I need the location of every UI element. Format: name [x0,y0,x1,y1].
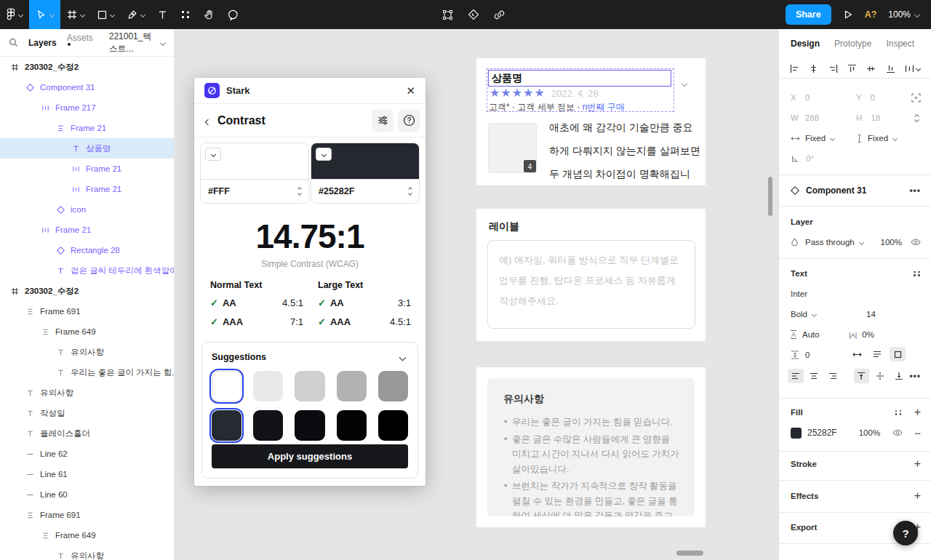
letter-spacing-field[interactable]: |A| 0% [849,327,874,342]
layer-row[interactable]: Frame 21 [0,179,174,199]
font-size-field[interactable]: 14 [866,307,876,321]
text-align-center-icon[interactable] [807,369,823,383]
vertical-align-bottom-icon[interactable] [891,369,907,383]
layer-row[interactable]: 플레이스홀더 [0,423,174,444]
text-styles-icon[interactable] [914,271,921,276]
canvas-horizontal-scrollbar[interactable] [676,551,703,556]
align-v-center-icon[interactable] [866,64,876,73]
y-position-field[interactable]: Y0 [856,90,875,105]
horizontal-resizing-select[interactable]: Fixed [791,131,834,145]
layer-row[interactable]: 검은 글씨 테두리에 흰색깔이... [0,260,174,281]
text-align-right-icon[interactable] [825,369,841,383]
page-selector[interactable]: 221001_텍스트... [109,31,165,55]
tab-design[interactable]: Design [791,39,820,49]
eye-icon[interactable] [892,429,903,436]
layer-row[interactable]: Frame 21 [0,159,174,179]
fill-styles-icon[interactable] [895,410,903,415]
help-button[interactable] [398,110,420,132]
auto-width-icon[interactable] [849,347,865,361]
label-card-frame[interactable]: 레이블 예) 애자일, 워터폴 방식으로 직무 단계별로 업무를 진행, 탑다운… [476,209,706,341]
fill-opacity-field[interactable]: 100% [859,428,880,437]
background-hex-input[interactable]: #25282F [319,186,354,196]
blend-mode-select[interactable]: Pass through [805,238,855,247]
layer-row[interactable]: Frame 649 [0,321,174,342]
reset-instance-icon[interactable] [468,9,479,20]
text-more-options-button[interactable]: ••• [909,371,921,381]
layer-row[interactable]: Rectangle 28 [0,240,174,260]
droplet-icon[interactable] [791,238,799,247]
text-tool-button[interactable] [151,0,174,29]
layer-row[interactable]: 상품명 [0,138,174,159]
layer-row[interactable]: icon [0,199,174,220]
layer-row[interactable]: Frame 217 [0,97,174,118]
fill-color-swatch[interactable] [791,428,802,439]
layer-row[interactable]: 우리는 좋은 글이 가지는 힘... [0,362,174,383]
eye-icon[interactable] [911,239,921,246]
constrain-proportions-icon[interactable] [913,111,921,125]
vertical-align-middle-icon[interactable] [872,369,888,383]
notice-card-frame[interactable]: 유의사항 우리는 좋은 글이 가지는 힘을 믿습니다.좋은 글은 수많은 사람들… [476,367,706,527]
suggestion-swatch[interactable] [295,371,324,401]
component-row[interactable]: Component 31 ••• [791,183,921,198]
suggestion-swatch[interactable] [378,410,408,441]
frame-tool-button[interactable] [60,0,91,29]
tab-prototype[interactable]: Prototype [834,39,871,49]
tab-assets[interactable]: Assets [67,33,93,53]
align-right-icon[interactable] [828,64,838,73]
layer-row[interactable]: 유의사항 [0,383,174,403]
line-height-field[interactable]: A Auto [791,327,820,342]
share-button[interactable]: Share [786,4,831,25]
font-weight-select[interactable]: Bold [791,307,816,321]
layer-row[interactable]: Frame 691 [0,301,174,321]
layer-row[interactable]: Frame 21 [0,118,174,138]
stepper-icon[interactable] [298,188,301,195]
apply-suggestions-button[interactable]: Apply suggestions [212,444,408,468]
hand-tool-button[interactable] [197,0,221,29]
settings-sliders-button[interactable] [372,110,393,132]
help-fab-button[interactable]: ? [893,521,918,545]
product-name-text[interactable]: 상품명 [488,70,671,87]
search-icon[interactable] [9,38,18,47]
layer-row[interactable]: Frame 21 [0,220,174,240]
rotation-field[interactable]: 0° [791,151,814,166]
zoom-control[interactable]: 100% [888,9,919,20]
add-effect-button[interactable]: + [914,490,921,502]
resources-tool-button[interactable] [174,0,197,29]
align-bottom-icon[interactable] [886,64,895,73]
layer-opacity-field[interactable]: 100% [881,238,902,247]
height-field[interactable]: H18 [856,111,880,125]
font-family-select[interactable]: Inter [791,287,807,301]
layer-row[interactable]: Component 31 [0,77,174,97]
link-icon[interactable] [494,9,505,20]
add-fill-button[interactable]: + [914,407,921,418]
canvas-vertical-scrollbar[interactable] [768,177,772,216]
add-stroke-button[interactable]: + [914,458,921,470]
distribute-icon[interactable] [905,64,920,73]
shape-tool-button[interactable] [91,0,121,29]
layer-row[interactable]: Line 60 [0,484,174,505]
chevron-down-icon[interactable] [399,353,407,361]
main-menu-button[interactable] [0,0,29,29]
x-position-field[interactable]: X0 [791,90,810,105]
suggestion-swatch[interactable] [212,371,241,401]
pen-tool-button[interactable] [121,0,151,29]
avatar[interactable]: A? [865,9,877,20]
review-card-frame[interactable]: 상품명 ★★★★★ 2022. 4. 28 고객* · 고객 세부 정보 · n… [476,58,706,185]
corner-target-icon[interactable] [911,90,921,105]
foreground-hex-input[interactable]: #FFF [208,186,230,196]
suggestion-swatch[interactable] [337,371,367,401]
align-left-icon[interactable] [790,64,799,73]
layer-row[interactable]: Frame 691 [0,505,174,525]
layer-row[interactable]: 230302_수정2 [0,57,174,77]
layer-row[interactable]: Frame 649 [0,525,174,545]
present-play-icon[interactable] [843,9,853,20]
vertical-resizing-select[interactable]: Fixed [856,131,897,145]
comment-tool-button[interactable] [221,0,245,29]
tab-layers[interactable]: Layers [28,38,57,48]
stepper-icon[interactable] [409,188,412,195]
align-top-icon[interactable] [847,64,857,73]
suggestion-swatch[interactable] [253,410,283,441]
suggestion-swatch[interactable] [212,410,241,441]
layer-row[interactable]: 작성일 [0,403,174,423]
layer-row[interactable]: 유의사항 [0,545,174,560]
